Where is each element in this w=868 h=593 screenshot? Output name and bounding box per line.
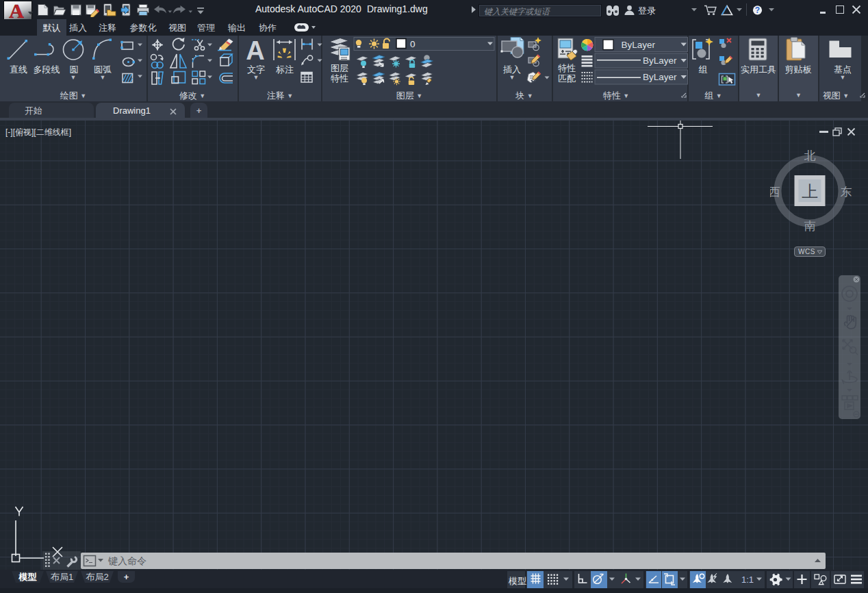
svg-text:0: 0 <box>410 39 416 49</box>
svg-text:上: 上 <box>802 182 818 201</box>
svg-text:A: A <box>9 1 24 20</box>
svg-text:1:1: 1:1 <box>741 575 754 585</box>
svg-text:东: 东 <box>841 186 852 199</box>
svg-text:北: 北 <box>804 149 816 162</box>
svg-text:A: A <box>246 36 264 65</box>
svg-text:南: 南 <box>804 220 816 233</box>
svg-text:西: 西 <box>770 186 780 199</box>
svg-text:ByLayer: ByLayer <box>643 72 677 82</box>
svg-text:ByLayer: ByLayer <box>622 40 656 50</box>
svg-text:?: ? <box>755 5 760 15</box>
svg-text:ByLayer: ByLayer <box>643 55 677 66</box>
svg-text:键入命令: 键入命令 <box>107 555 146 566</box>
